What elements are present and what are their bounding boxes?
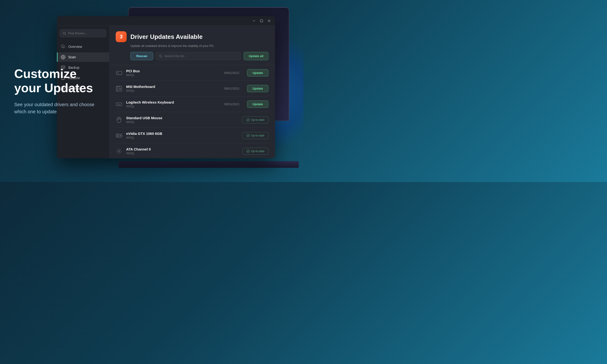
driver-date: 09/01/2021 [224,87,239,90]
section-title: Driver Updates Available [131,33,202,40]
close-button[interactable] [267,19,271,23]
main-content: 3 Driver Updates Available Update all ou… [109,26,275,158]
uptodate-label: Up-to-date [251,150,265,153]
driver-cert: WHQL [126,136,231,139]
svg-line-23 [161,57,162,57]
sidebar-item-scan-label: Scan [68,55,76,59]
driver-name: Standard USB Mouse [126,116,231,120]
svg-rect-1 [260,20,263,22]
uptodate-label: Up-to-date [251,118,265,122]
svg-point-44 [118,150,120,152]
svg-rect-42 [117,135,119,136]
driver-date: 09/01/2021 [224,71,239,75]
svg-rect-24 [116,71,122,75]
header-top: 3 Driver Updates Available [116,31,268,42]
content-header: 3 Driver Updates Available Update all ou… [109,26,275,65]
driver-name: nVidia GTX 1060 6GB [126,131,231,136]
driver-info: MSI Motherboard WHQL [126,85,220,92]
driver-date: 09/01/2021 [224,102,239,106]
header-actions: Rescan Search the list... Update all [131,52,268,60]
svg-point-43 [120,135,121,136]
driver-list-search[interactable]: Search the list... [156,52,241,60]
driver-device-icon [116,117,122,123]
laptop-base-mockup [119,161,299,168]
driver-info: PCI Bus WHQL [126,69,220,77]
driver-name: Logitech Wireless Keyboard [126,100,220,104]
svg-point-8 [63,57,64,58]
driver-info: Standard USB Mouse WHQL [126,116,231,124]
driver-name: PCI Bus [126,69,220,73]
driver-cert: WHQL [126,120,231,124]
table-row: MSI Motherboard WHQL 09/01/2021 Update [116,81,268,96]
title-bar [57,16,275,26]
driver-name: MSI Motherboard [126,85,220,89]
driver-info: Logitech Wireless Keyboard WHQL [126,100,220,108]
table-row: PCI Bus WHQL 09/01/2021 Update [116,65,268,81]
driver-info: ATA Channel 0 WHQL [126,147,231,155]
table-row: Logitech Wireless Keyboard WHQL 09/01/20… [116,96,268,112]
search-list-icon [159,54,162,58]
svg-point-4 [63,32,66,34]
driver-device-icon [116,85,122,92]
minimize-button[interactable] [252,19,256,23]
update-button[interactable]: Update [247,101,268,108]
svg-line-5 [65,34,66,35]
driver-search-box[interactable]: Find Drivers... [60,29,106,37]
driver-info: nVidia GTX 1060 6GB WHQL [126,131,231,139]
window-controls [252,19,271,23]
update-button[interactable]: Update [247,85,268,92]
hero-title: Customize your Updates [14,67,100,95]
scan-icon [61,55,66,60]
search-placeholder-text: Find Drivers... [68,31,87,35]
sidebar-item-overview[interactable]: Overview [57,42,109,52]
table-row: nVidia GTX 1060 6GB WHQL Up-to-date [116,128,268,143]
driver-name: ATA Channel 0 [126,147,231,151]
section-subtitle: Update all outdated drivers & improve th… [131,44,268,48]
driver-cert: WHQL [126,89,220,92]
update-count-badge: 3 [116,31,127,42]
sidebar-item-overview-label: Overview [68,45,82,49]
driver-device-icon [116,101,122,108]
hero-subtitle: See your outdated drivers and choose whi… [14,101,100,115]
driver-device-icon [116,148,122,155]
sidebar-item-scan[interactable]: Scan [57,52,109,62]
update-all-button[interactable]: Update all [244,52,268,60]
rescan-button[interactable]: Rescan [131,52,153,60]
svg-rect-32 [116,103,122,106]
update-button[interactable]: Update [247,69,268,77]
uptodate-button[interactable]: Up-to-date [242,132,268,139]
uptodate-label: Up-to-date [251,134,265,137]
svg-point-22 [159,55,162,57]
hero-section: Customize your Updates See your outdated… [14,67,100,115]
driver-device-icon [116,132,122,139]
table-row: Standard USB Mouse WHQL Up-to-date [116,112,268,128]
search-list-placeholder: Search the list... [164,54,186,58]
checkmark-icon [246,118,250,122]
table-row: ATA Channel 0 WHQL Up-to-date [116,143,268,158]
driver-list: PCI Bus WHQL 09/01/2021 Update [109,65,275,158]
checkmark-icon [246,150,250,153]
uptodate-button[interactable]: Up-to-date [242,148,268,155]
driver-cert: WHQL [126,74,220,77]
driver-device-icon [116,70,122,76]
driver-cert: WHQL [126,152,231,155]
maximize-button[interactable] [259,19,264,23]
svg-rect-31 [119,88,121,90]
search-icon [63,32,66,35]
driver-cert: WHQL [126,105,220,108]
cloud-icon [61,44,66,49]
uptodate-button[interactable]: Up-to-date [242,116,268,123]
checkmark-icon [246,134,250,137]
